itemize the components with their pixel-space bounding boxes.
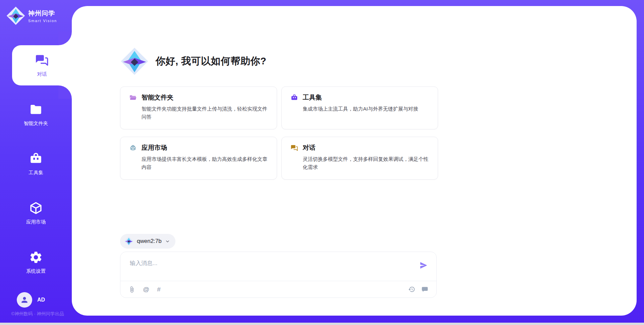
chevron-down-icon [165, 239, 170, 244]
copyright-text: ©神州数码 · 神州问学出品 [5, 311, 70, 317]
sidebar-item-label: 对话 [37, 71, 47, 77]
sidebar-item-label: 应用市场 [26, 219, 46, 225]
sidebar-item-smart-folder[interactable]: 智能文件夹 [0, 94, 72, 135]
brand-subtitle: Smart Vision [28, 19, 57, 23]
chat-bubbles-icon [35, 53, 49, 67]
diamond-logo-icon [6, 6, 25, 25]
sidebar-item-label: 系统设置 [26, 268, 46, 274]
card-title: 工具集 [303, 93, 322, 102]
card-toolset[interactable]: 工具集 集成市场上主流工具，助力AI与外界无缝扩展与对接 [281, 86, 438, 129]
diamond-logo-icon [120, 47, 149, 76]
card-smart-folder[interactable]: 智能文件夹 智能文件夹功能支持批量文件上传与清洗，轻松实现文件问答 [120, 86, 277, 129]
user-profile[interactable]: AD [17, 292, 45, 308]
sidebar-item-settings[interactable]: 系统设置 [0, 242, 72, 282]
card-description: 集成市场上主流工具，助力AI与外界无缝扩展与对接 [303, 105, 429, 113]
folder-open-icon [129, 94, 137, 102]
diamond-logo-icon [124, 237, 133, 246]
message-input[interactable] [120, 252, 409, 279]
sidebar-item-chat[interactable]: 对话 [12, 45, 72, 85]
history-icon[interactable] [408, 286, 415, 293]
gear-icon [29, 250, 43, 264]
brand-title: 神州问学 [28, 9, 57, 18]
avatar [17, 292, 32, 308]
feature-cards: 智能文件夹 智能文件夹功能支持批量文件上传与清洗，轻松实现文件问答 工具集 集成… [120, 86, 438, 180]
card-description: 应用市场提供丰富长文本模板，助力高效生成多样化文章内容 [142, 155, 268, 172]
sidebar-item-app-market[interactable]: 应用市场 [0, 193, 72, 233]
toolbox-icon [290, 94, 298, 102]
chat-bubbles-icon [290, 144, 298, 152]
greeting: 你好, 我可以如何帮助你? [120, 47, 266, 76]
chat-bubble-icon[interactable] [421, 286, 428, 293]
send-icon [419, 261, 428, 270]
input-toolbar: @ # [120, 281, 436, 298]
folder-icon [29, 103, 43, 117]
card-title: 对话 [303, 143, 316, 152]
cube-grid-icon [129, 144, 137, 152]
cube-icon [29, 201, 43, 215]
window-bottom-edge [0, 323, 644, 325]
toolbox-icon [29, 152, 43, 166]
sidebar-item-label: 工具集 [29, 170, 43, 176]
greeting-title: 你好, 我可以如何帮助你? [156, 55, 266, 68]
card-chat[interactable]: 对话 灵活切换多模型文件，支持多样回复效果调试，满足个性化需求 [281, 137, 438, 180]
app-window: 神州问学 Smart Vision 对话 智能文件夹 [0, 0, 644, 325]
card-title: 智能文件夹 [142, 93, 173, 102]
person-icon [20, 296, 29, 304]
sidebar: 神州问学 Smart Vision 对话 智能文件夹 [0, 0, 72, 325]
sidebar-item-label: 智能文件夹 [24, 120, 48, 127]
card-title: 应用市场 [142, 143, 167, 152]
sidebar-item-toolset[interactable]: 工具集 [0, 144, 72, 184]
card-description: 灵活切换多模型文件，支持多样回复效果调试，满足个性化需求 [303, 155, 429, 172]
model-selector[interactable]: qwen2:7b [120, 234, 175, 249]
message-input-card: @ # [120, 252, 437, 298]
brand-logo: 神州问学 Smart Vision [6, 6, 57, 25]
hash-icon[interactable]: # [157, 286, 161, 292]
paperclip-icon[interactable] [128, 286, 135, 293]
send-button[interactable] [419, 261, 428, 270]
active-tab-curve-top [58, 32, 72, 45]
model-name: qwen2:7b [137, 238, 162, 245]
card-description: 智能文件夹功能支持批量文件上传与清洗，轻松实现文件问答 [142, 105, 268, 121]
at-icon[interactable]: @ [143, 286, 149, 292]
card-app-market[interactable]: 应用市场 应用市场提供丰富长文本模板，助力高效生成多样化文章内容 [120, 137, 277, 180]
user-name: AD [37, 297, 45, 303]
